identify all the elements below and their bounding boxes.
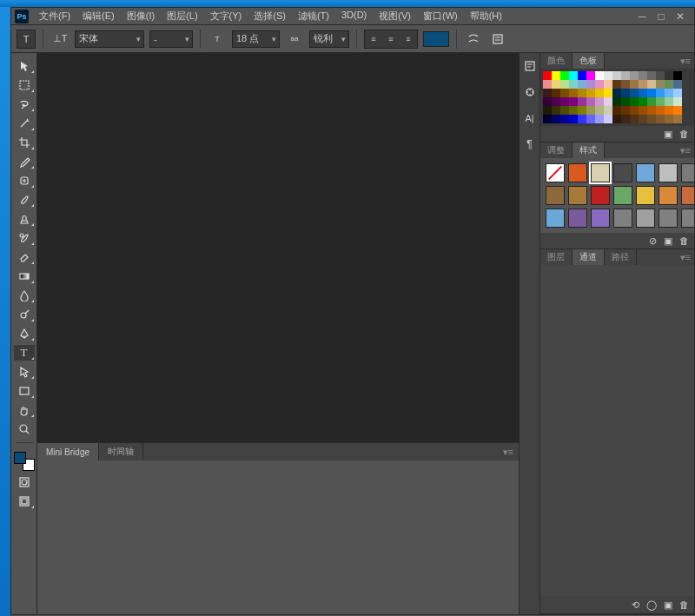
- swatch[interactable]: [647, 106, 656, 115]
- swatch[interactable]: [673, 97, 682, 106]
- swatch[interactable]: [560, 89, 569, 97]
- style-preset[interactable]: [681, 186, 694, 205]
- tab-channels[interactable]: 通道: [573, 249, 605, 265]
- properties-panel-icon[interactable]: [522, 84, 538, 100]
- menu-layer[interactable]: 图层(L): [162, 8, 202, 24]
- tab-adjustments[interactable]: 调整: [540, 142, 573, 158]
- swatch[interactable]: [647, 97, 656, 106]
- swatch[interactable]: [639, 115, 647, 123]
- style-preset[interactable]: [681, 163, 694, 182]
- hand-tool-icon[interactable]: [14, 402, 35, 418]
- swatch[interactable]: [543, 97, 552, 106]
- swatch[interactable]: [665, 80, 673, 89]
- pen-tool-icon[interactable]: [14, 326, 35, 341]
- swatch[interactable]: [569, 115, 578, 123]
- swatch[interactable]: [665, 97, 673, 106]
- style-preset[interactable]: [591, 209, 610, 228]
- style-preset[interactable]: [681, 209, 694, 228]
- marquee-tool-icon[interactable]: [14, 77, 35, 93]
- delete-swatch-icon[interactable]: 🗑: [679, 129, 689, 139]
- panel-menu-icon[interactable]: ▾≡: [677, 252, 694, 263]
- swatch[interactable]: [639, 97, 647, 106]
- close-button[interactable]: ✕: [675, 11, 685, 22]
- swatch[interactable]: [552, 89, 560, 97]
- layers-body[interactable]: [540, 265, 694, 596]
- magic-wand-tool-icon[interactable]: [14, 116, 35, 131]
- menu-filter[interactable]: 滤镜(T): [293, 8, 334, 24]
- menu-edit[interactable]: 编辑(E): [77, 8, 120, 24]
- healing-brush-tool-icon[interactable]: [14, 173, 35, 189]
- swatch[interactable]: [630, 97, 639, 106]
- eyedropper-tool-icon[interactable]: [14, 154, 35, 169]
- style-preset[interactable]: [659, 186, 678, 205]
- swatch[interactable]: [604, 71, 612, 80]
- style-preset[interactable]: [659, 163, 678, 182]
- eraser-tool-icon[interactable]: [14, 249, 35, 265]
- style-preset[interactable]: [591, 186, 610, 205]
- gradient-tool-icon[interactable]: [14, 268, 35, 284]
- history-brush-tool-icon[interactable]: [14, 230, 35, 246]
- swatch[interactable]: [560, 80, 569, 89]
- swatch[interactable]: [639, 71, 647, 80]
- tab-swatches[interactable]: 色板: [573, 53, 605, 69]
- new-swatch-icon[interactable]: ▣: [664, 129, 672, 140]
- swatch[interactable]: [621, 71, 630, 80]
- blur-tool-icon[interactable]: [14, 288, 35, 303]
- swatch[interactable]: [604, 106, 612, 115]
- swatch[interactable]: [552, 71, 560, 80]
- layer-mask-icon[interactable]: ◯: [646, 599, 657, 611]
- swatch[interactable]: [612, 89, 621, 97]
- swatch[interactable]: [578, 115, 586, 123]
- swatch[interactable]: [586, 71, 595, 80]
- style-preset[interactable]: [659, 209, 678, 228]
- swatch[interactable]: [673, 89, 682, 97]
- swatch[interactable]: [656, 71, 665, 80]
- swatch[interactable]: [586, 97, 595, 106]
- swatch[interactable]: [578, 71, 586, 80]
- swatch[interactable]: [630, 80, 639, 89]
- anti-alias-dropdown[interactable]: 锐利: [309, 30, 349, 48]
- delete-layer-icon[interactable]: 🗑: [679, 599, 689, 610]
- tab-paths[interactable]: 路径: [605, 249, 637, 265]
- swatch[interactable]: [630, 106, 639, 115]
- menu-type[interactable]: 文字(Y): [205, 8, 248, 24]
- delete-style-icon[interactable]: 🗑: [679, 235, 689, 246]
- quickmask-icon[interactable]: [14, 474, 35, 490]
- tab-timeline[interactable]: 时间轴: [99, 443, 143, 460]
- swatch[interactable]: [595, 89, 604, 97]
- align-left-icon[interactable]: ≡: [365, 30, 382, 48]
- screen-mode-icon[interactable]: [14, 493, 35, 509]
- clear-style-icon[interactable]: ⊘: [649, 235, 657, 247]
- swatch[interactable]: [586, 106, 595, 115]
- style-preset[interactable]: [636, 186, 655, 205]
- swatch[interactable]: [665, 89, 673, 97]
- foreground-color-swatch[interactable]: [14, 452, 26, 464]
- crop-tool-icon[interactable]: [14, 135, 35, 150]
- path-selection-tool-icon[interactable]: [14, 364, 35, 380]
- brush-tool-icon[interactable]: [14, 192, 35, 208]
- swatch[interactable]: [665, 106, 673, 115]
- swatch[interactable]: [552, 106, 560, 115]
- swatch[interactable]: [612, 115, 621, 123]
- swatch[interactable]: [552, 80, 560, 89]
- maximize-button[interactable]: □: [656, 11, 666, 22]
- swatch[interactable]: [673, 106, 682, 115]
- swatch[interactable]: [647, 80, 656, 89]
- swatch[interactable]: [630, 71, 639, 80]
- swatch[interactable]: [673, 71, 682, 80]
- swatch[interactable]: [569, 71, 578, 80]
- swatch[interactable]: [612, 80, 621, 89]
- rectangle-tool-icon[interactable]: [14, 383, 35, 399]
- swatch[interactable]: [543, 106, 552, 115]
- new-layer-icon[interactable]: ▣: [664, 599, 672, 611]
- swatch[interactable]: [639, 106, 647, 115]
- dodge-tool-icon[interactable]: [14, 307, 35, 322]
- swatch[interactable]: [612, 71, 621, 80]
- swatch[interactable]: [656, 80, 665, 89]
- swatch[interactable]: [595, 80, 604, 89]
- zoom-tool-icon[interactable]: [14, 421, 35, 437]
- swatch[interactable]: [560, 97, 569, 106]
- swatch[interactable]: [595, 115, 604, 123]
- swatch[interactable]: [647, 115, 656, 123]
- swatch[interactable]: [630, 89, 639, 97]
